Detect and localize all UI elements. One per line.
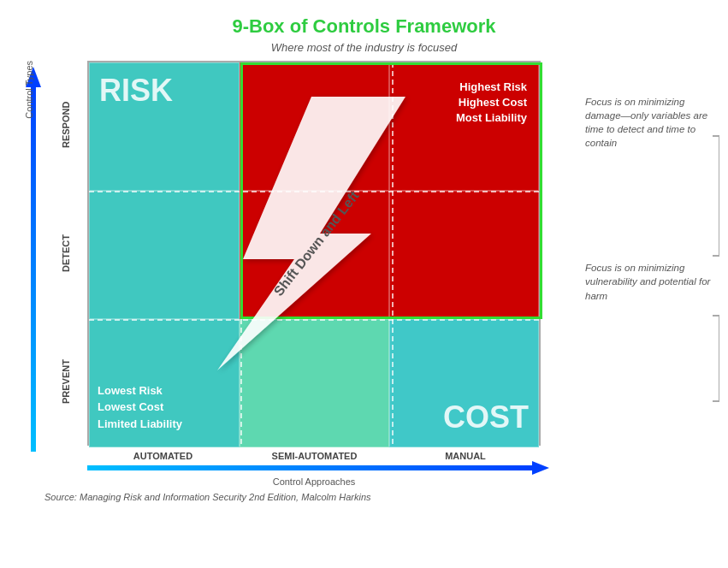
dashed-vertical-2 [392, 62, 394, 444]
annotation-bracket-bottom [719, 315, 720, 400]
risk-label: RISK [99, 73, 173, 109]
col-label-manual: MANUAL [390, 451, 541, 461]
row-label-prevent: PREVENT [44, 317, 87, 446]
annotation-bottom: Focus is on minimizing vulnerability and… [578, 261, 711, 302]
cell-detect-automated [89, 191, 240, 319]
page-container: 9-Box of Controls Framework Where most o… [0, 0, 728, 568]
main-title: 9-Box of Controls Framework [17, 15, 711, 38]
cell-prevent-semiautomated [240, 319, 390, 447]
lowest-risk-text: Lowest Risk Lowest Cost Limited Liabilit… [98, 382, 182, 433]
row-labels: RESPOND DETECT PREVENT [44, 61, 87, 446]
subtitle: Where most of the industry is focused [17, 41, 711, 54]
annotation-tick-bot1 [713, 315, 719, 317]
dashed-horizontal-1 [89, 191, 539, 192]
annotation-tick-top1 [713, 135, 719, 137]
svg-rect-3 [87, 465, 532, 470]
left-label-container: Control Types [17, 61, 41, 127]
svg-marker-4 [532, 461, 549, 475]
row-label-detect: DETECT [44, 189, 87, 317]
highest-risk-text: Highest Risk Highest Cost Most Liability [456, 80, 527, 127]
annotation-top: Focus is on minimizing damage—only varia… [578, 95, 711, 150]
dashed-horizontal-2 [89, 319, 539, 321]
col-label-semiautomated: SEMI-AUTOMATED [239, 451, 390, 461]
nine-box-grid: RISK COST Highest Risk Highest Cost Most… [87, 61, 541, 446]
cost-label: COST [443, 399, 529, 435]
grid-with-labels: RESPOND DETECT PREVENT [44, 61, 568, 446]
annotation-tick-top2 [713, 255, 719, 257]
content-area: Control Types RESPOND DETECT PREVENT [17, 61, 711, 502]
right-annotations: Focus is on minimizing damage—only varia… [578, 61, 711, 303]
grid-row-2 [89, 191, 539, 319]
grid-wrapper: RESPOND DETECT PREVENT [44, 61, 568, 502]
source-line: Source: Managing Risk and Information Se… [44, 492, 568, 502]
control-types-label: Control Types [24, 61, 34, 119]
annotation-bracket-top [719, 135, 720, 255]
col-label-automated: AUTOMATED [87, 451, 239, 461]
dashed-vertical-1 [240, 62, 242, 444]
control-approaches-label: Control Approaches [87, 476, 541, 487]
cell-respond-semiautomated [240, 62, 390, 191]
annotation-tick-bot2 [713, 400, 719, 402]
cell-detect-semiautomated [240, 191, 390, 319]
col-labels: AUTOMATED SEMI-AUTOMATED MANUAL [87, 451, 541, 461]
row-label-respond: RESPOND [44, 61, 87, 189]
horizontal-axis-arrow [87, 461, 549, 475]
cell-detect-manual [389, 191, 539, 319]
